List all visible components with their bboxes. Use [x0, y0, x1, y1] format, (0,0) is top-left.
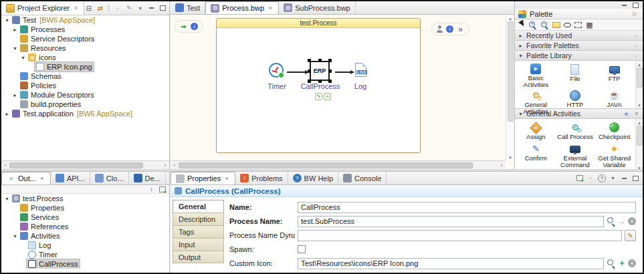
process-name-input[interactable]: [298, 216, 604, 227]
tree-item-icons[interactable]: icons: [1, 53, 169, 62]
add-badge-icon[interactable]: [324, 93, 331, 100]
editor-tab-process-bwp[interactable]: Process.bwp: [205, 1, 279, 14]
close-icon[interactable]: [633, 110, 640, 117]
log-node-icon[interactable]: LOG: [355, 63, 366, 77]
search-icon[interactable]: [607, 217, 616, 226]
scroll-left-icon[interactable]: [171, 162, 179, 168]
zoom-in-tool-icon[interactable]: [528, 21, 537, 29]
tree-item-policies[interactable]: Policies: [1, 81, 169, 90]
note-tool-icon[interactable]: [552, 22, 560, 28]
tree-item-test[interactable]: Test[BW6 AppSpace]: [1, 15, 169, 25]
tree-item-service-descriptors[interactable]: Service Descriptors: [1, 34, 169, 43]
side-tab-tags[interactable]: Tags: [173, 225, 224, 238]
side-tab-description[interactable]: Description: [173, 213, 224, 225]
scroll-up-icon[interactable]: [506, 15, 514, 21]
expander-icon[interactable]: [518, 53, 524, 59]
scroll-down-icon[interactable]: [635, 102, 643, 108]
transition-arrow[interactable]: [335, 72, 351, 73]
edit-expression-icon[interactable]: [625, 230, 636, 241]
view-menu-icon[interactable]: [136, 4, 144, 13]
expander-icon[interactable]: [3, 111, 11, 117]
selection-handle[interactable]: [308, 59, 311, 62]
process-canvas[interactable]: test.Process Timer ERP: [171, 15, 506, 160]
expander-icon[interactable]: [11, 233, 19, 239]
tab-deployment[interactable]: De...: [129, 172, 166, 184]
timer-node-icon[interactable]: [269, 63, 284, 78]
tree-item-timer[interactable]: Timer: [1, 250, 169, 259]
palette-item-external-command[interactable]: External Command: [556, 142, 595, 170]
close-icon[interactable]: [267, 5, 274, 11]
tree-item-erp-icon-png[interactable]: ERP Icon.png: [1, 62, 169, 72]
close-icon[interactable]: [223, 175, 230, 182]
open-new-view-icon[interactable]: [575, 174, 584, 182]
link-with-editor-icon[interactable]: [96, 4, 104, 13]
process-name-dynamic-input[interactable]: [298, 230, 622, 241]
tree-item-processes[interactable]: Processes: [1, 25, 169, 34]
expander-icon[interactable]: [3, 196, 11, 202]
scrollbar-thumb[interactable]: [637, 126, 643, 146]
tree-item-module-descriptors[interactable]: Module Descriptors: [1, 90, 169, 100]
scroll-left-icon[interactable]: [1, 162, 9, 168]
side-tab-output[interactable]: Output: [173, 251, 224, 263]
section-recently-used[interactable]: Recently Used: [515, 31, 643, 41]
pin-icon[interactable]: [631, 51, 640, 60]
scrollbar-thumb[interactable]: [179, 162, 473, 168]
side-tab-general[interactable]: General: [173, 200, 224, 213]
scroll-down-icon[interactable]: [506, 154, 514, 160]
palette-item-checkpoint[interactable]: Checkpoint: [595, 121, 634, 142]
close-icon[interactable]: [39, 175, 45, 182]
tab-problems[interactable]: Problems: [235, 172, 288, 184]
maximize-icon[interactable]: [631, 174, 640, 182]
tree-item-build-properties[interactable]: build.properties: [1, 100, 169, 109]
palette-item-basic-activities[interactable]: Basic Activities: [516, 63, 556, 89]
minimize-icon[interactable]: [620, 174, 629, 182]
vertical-scrollbar[interactable]: [635, 119, 643, 171]
tab-cloud[interactable]: Clo...: [90, 172, 129, 184]
expander-icon[interactable]: [518, 43, 524, 49]
process-box[interactable]: test.Process Timer ERP: [216, 18, 421, 153]
custom-icon-input[interactable]: [298, 258, 604, 269]
side-tab-input[interactable]: Input: [173, 238, 224, 251]
debug-icon[interactable]: [436, 25, 443, 33]
tree-item-callprocess[interactable]: CallProcess: [1, 259, 169, 269]
minimize-icon[interactable]: [147, 4, 156, 13]
tree-item-properties[interactable]: Properties: [1, 203, 169, 213]
tree-item-resources[interactable]: Resources: [1, 43, 169, 53]
vertical-scrollbar[interactable]: [506, 15, 514, 160]
info-icon[interactable]: [191, 23, 198, 30]
project-explorer-tab[interactable]: Project Explorer: [1, 1, 84, 15]
palette-item-http[interactable]: HTTP: [556, 89, 595, 116]
sort-icon[interactable]: [147, 185, 156, 194]
palette-item-file[interactable]: File: [556, 63, 595, 89]
view-menu-icon[interactable]: [609, 174, 617, 182]
tree-item-log[interactable]: Log: [1, 241, 169, 250]
go-to-process-icon[interactable]: [617, 217, 627, 226]
palette-item-assign[interactable]: Assign: [516, 121, 556, 142]
help-icon[interactable]: [598, 174, 606, 182]
clear-icon[interactable]: [628, 217, 636, 225]
select-tool-icon[interactable]: [518, 21, 525, 29]
pin-icon[interactable]: [631, 31, 640, 40]
palette-titlebar[interactable]: Palette: [515, 9, 643, 19]
editor-tab-test[interactable]: Test: [171, 1, 205, 14]
expander-icon[interactable]: [11, 45, 19, 51]
filter-icon[interactable]: [124, 4, 133, 13]
tree-item-activities[interactable]: Activities: [1, 231, 169, 241]
callprocess-node-icon[interactable]: ERP: [310, 61, 330, 81]
tab-console[interactable]: Console: [338, 172, 387, 184]
tree-item-services[interactable]: Services: [1, 213, 169, 222]
editor-tab-subprocess-bwp[interactable]: SubProcess.bwp: [279, 1, 356, 14]
palette-item-call-process[interactable]: Call Process: [556, 121, 595, 142]
tab-properties[interactable]: Properties: [171, 172, 235, 184]
horizontal-scrollbar[interactable]: [1, 160, 169, 169]
palette-item-general-activities[interactable]: General Activities: [516, 89, 556, 116]
palette-item-java[interactable]: JAVA: [595, 89, 634, 116]
selection-handle[interactable]: [318, 59, 322, 62]
search-icon[interactable]: [607, 259, 616, 268]
expander-icon[interactable]: [19, 55, 27, 61]
pin-arrow-icon[interactable]: [631, 9, 639, 18]
selection-handle[interactable]: [308, 70, 311, 73]
tab-outline[interactable]: Out...: [1, 172, 51, 184]
expander-icon[interactable]: [518, 33, 524, 39]
palette-item-ftp[interactable]: FTP: [595, 63, 634, 89]
